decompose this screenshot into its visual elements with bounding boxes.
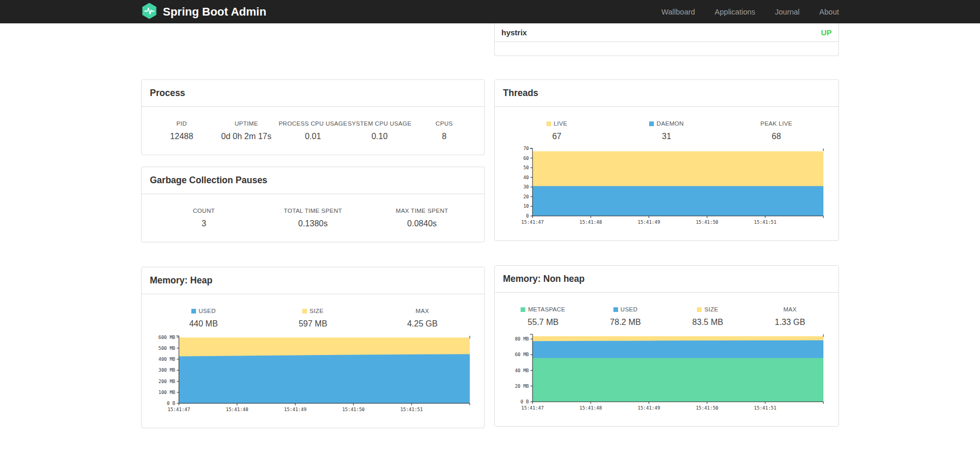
daemon-swatch-icon (649, 121, 654, 126)
main-content: Process PID 12488 UPTIME 0d 0h 2m 17s PR… (141, 23, 839, 428)
metaspace-swatch-icon (521, 307, 525, 312)
svg-text:100 MB: 100 MB (158, 390, 175, 395)
gc-metrics: COUNT 3 TOTAL TIME SPENT 0.1380s MAX TIM… (149, 208, 477, 228)
process-metrics: PID 12488 UPTIME 0d 0h 2m 17s PROCESS CP… (149, 120, 477, 141)
svg-text:15:41:50: 15:41:50 (696, 220, 718, 225)
svg-text:80 MB: 80 MB (515, 336, 529, 342)
svg-text:15:41:47: 15:41:47 (521, 220, 543, 225)
live-swatch-icon (547, 121, 551, 126)
svg-text:15:41:50: 15:41:50 (342, 407, 365, 412)
svg-text:15:41:50: 15:41:50 (696, 405, 718, 411)
used-swatch-icon (191, 309, 196, 314)
svg-text:15:41:49: 15:41:49 (284, 407, 306, 412)
svg-text:20 MB: 20 MB (515, 384, 529, 389)
brand[interactable]: Spring Boot Admin (141, 3, 267, 21)
svg-text:50: 50 (523, 165, 529, 170)
process-panel-title: Process (142, 80, 484, 107)
health-panel: hystrix UP (494, 23, 839, 56)
svg-text:0 B: 0 B (521, 399, 529, 404)
metric-system-cpu-usage: SYSTEM CPU USAGE 0.10 (347, 120, 412, 141)
svg-text:0 B: 0 B (167, 401, 175, 406)
used-swatch-icon (613, 307, 618, 312)
legend-item-live: LIVE 67 (502, 120, 612, 141)
threads-panel: Threads LIVE 67 DAEMON 31 PEAK LIVE 68 (494, 79, 839, 241)
gc-panel: Garbage Collection Pauses COUNT 3 TOTAL … (141, 167, 485, 242)
nonheap-legend: METASPACE 55.7 MB USED 78.2 MB SIZE 83.5… (502, 306, 831, 327)
legend-item-size: SIZE 83.5 MB (667, 306, 749, 327)
svg-text:15:41:51: 15:41:51 (754, 220, 776, 225)
metric-gc-total-time: TOTAL TIME SPENT 0.1380s (258, 208, 367, 228)
threads-panel-title: Threads (495, 80, 838, 107)
svg-text:20: 20 (523, 194, 529, 199)
memory-nonheap-chart: 0 B20 MB40 MB60 MB80 MB15:41:4715:41:481… (502, 330, 831, 415)
status-badge: UP (821, 28, 832, 37)
metric-uptime: UPTIME 0d 0h 2m 17s (214, 120, 279, 141)
threads-chart: 01020304050607015:41:4715:41:4815:41:491… (502, 144, 831, 229)
threads-legend: LIVE 67 DAEMON 31 PEAK LIVE 68 (502, 120, 831, 141)
memory-heap-panel: Memory: Heap USED 440 MB SIZE 597 MB MAX… (141, 267, 485, 428)
memory-nonheap-panel: Memory: Non heap METASPACE 55.7 MB USED … (494, 265, 839, 427)
app-title: Spring Boot Admin (163, 5, 267, 19)
health-indicator-name: hystrix (501, 28, 527, 37)
svg-text:600 MB: 600 MB (158, 335, 175, 340)
legend-item-max: MAX 4.25 GB (368, 308, 477, 329)
nav-link-about[interactable]: About (819, 8, 839, 16)
legend-item-size: SIZE 597 MB (258, 308, 368, 329)
svg-text:0: 0 (526, 213, 529, 219)
memory-heap-chart: 0 B100 MB200 MB300 MB400 MB500 MB600 MB1… (149, 332, 477, 417)
legend-item-peak-live: PEAK LIVE 68 (721, 120, 831, 141)
legend-item-used: USED 440 MB (149, 308, 258, 329)
process-panel: Process PID 12488 UPTIME 0d 0h 2m 17s PR… (141, 79, 485, 155)
nav-link-wallboard[interactable]: Wallboard (662, 8, 695, 16)
legend-item-metaspace: METASPACE 55.7 MB (502, 306, 584, 327)
svg-text:10: 10 (523, 203, 529, 209)
pulse-logo-icon (141, 3, 158, 21)
size-swatch-icon (697, 307, 702, 312)
svg-text:400 MB: 400 MB (158, 357, 175, 362)
svg-text:300 MB: 300 MB (158, 367, 175, 373)
memory-heap-panel-title: Memory: Heap (142, 267, 484, 294)
svg-text:30: 30 (523, 184, 529, 189)
legend-item-max: MAX 1.33 GB (749, 306, 831, 327)
legend-item-used: USED 78.2 MB (584, 306, 667, 327)
svg-text:15:41:47: 15:41:47 (521, 405, 543, 411)
nav-link-journal[interactable]: Journal (775, 8, 800, 16)
svg-text:15:41:48: 15:41:48 (580, 405, 602, 411)
metric-gc-count: COUNT 3 (149, 208, 258, 228)
size-swatch-icon (302, 309, 307, 314)
svg-text:15:41:49: 15:41:49 (638, 220, 660, 225)
svg-text:40: 40 (523, 175, 529, 180)
heap-legend: USED 440 MB SIZE 597 MB MAX 4.25 GB (149, 308, 477, 329)
svg-text:40 MB: 40 MB (515, 368, 529, 373)
legend-item-daemon: DAEMON 31 (612, 120, 722, 141)
metric-gc-max-time: MAX TIME SPENT 0.0840s (368, 208, 477, 228)
svg-text:15:41:49: 15:41:49 (638, 405, 660, 411)
svg-text:70: 70 (523, 146, 529, 151)
svg-text:15:41:47: 15:41:47 (167, 407, 190, 412)
svg-text:15:41:48: 15:41:48 (226, 407, 248, 412)
metric-process-cpu-usage: PROCESS CPU USAGE 0.01 (278, 120, 347, 141)
nav-links: Wallboard Applications Journal About (662, 8, 839, 16)
svg-text:60: 60 (523, 156, 529, 161)
memory-nonheap-panel-title: Memory: Non heap (495, 266, 838, 293)
svg-text:60 MB: 60 MB (515, 352, 529, 357)
svg-text:500 MB: 500 MB (158, 346, 175, 351)
gc-panel-title: Garbage Collection Pauses (142, 167, 484, 194)
svg-text:15:41:51: 15:41:51 (400, 407, 423, 412)
svg-text:15:41:51: 15:41:51 (754, 405, 776, 411)
svg-text:200 MB: 200 MB (158, 379, 175, 384)
navbar: Spring Boot Admin Wallboard Applications… (0, 0, 980, 23)
svg-text:15:41:48: 15:41:48 (580, 220, 602, 225)
health-row: hystrix UP (495, 23, 838, 42)
nav-link-applications[interactable]: Applications (715, 8, 755, 16)
metric-pid: PID 12488 (149, 120, 214, 141)
metric-cpus: CPUS 8 (412, 120, 477, 141)
